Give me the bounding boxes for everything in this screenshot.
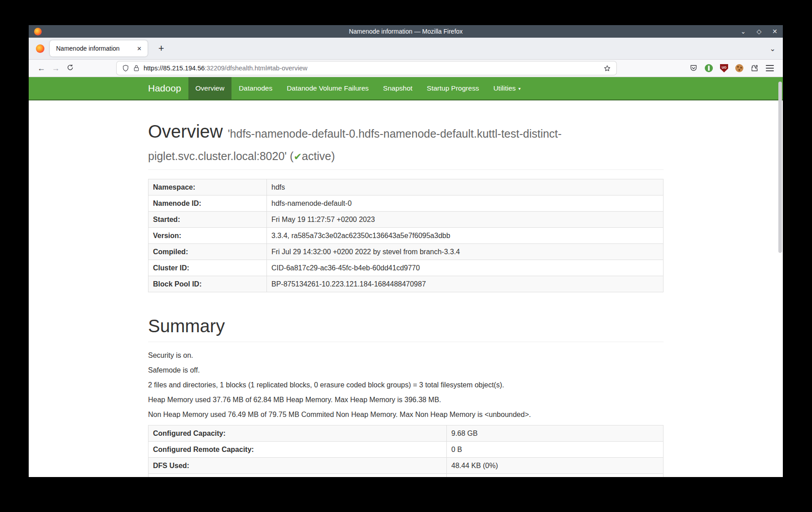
row-value: 0 B bbox=[447, 442, 664, 458]
reload-button[interactable] bbox=[63, 64, 77, 72]
row-value: 3.3.4, ra585a73c3e02ac62350c136643a5e7f6… bbox=[267, 228, 664, 244]
row-label: Namespace: bbox=[148, 179, 267, 195]
overview-title: Overview bbox=[148, 121, 223, 141]
row-label: Block Pool ID: bbox=[148, 276, 267, 292]
row-label: Configured Remote Capacity: bbox=[148, 442, 447, 458]
url-text[interactable]: https://85.215.194.56:32209/dfshealth.ht… bbox=[144, 65, 599, 72]
nav-item-snapshot[interactable]: Snapshot bbox=[376, 77, 420, 100]
table-row: DFS Used:48.44 KB (0%) bbox=[148, 458, 664, 474]
table-row: Block Pool ID:BP-875134261-10.223.121.18… bbox=[148, 276, 664, 292]
summary-files-line: 2 files and directories, 1 blocks (1 rep… bbox=[148, 381, 664, 389]
table-row: Started:Fri May 19 11:27:57 +0200 2023 bbox=[148, 212, 664, 228]
firefox-menu-icon[interactable] bbox=[36, 44, 44, 53]
table-row: Version:3.3.4, ra585a73c3e02ac62350c1366… bbox=[148, 228, 664, 244]
extension-green-icon[interactable] bbox=[705, 64, 713, 72]
minimize-button[interactable]: ⌄ bbox=[741, 28, 746, 35]
firefox-icon bbox=[34, 28, 42, 35]
nav-item-datanodes[interactable]: Datanodes bbox=[231, 77, 279, 100]
capacity-table: Configured Capacity:9.68 GB Configured R… bbox=[148, 425, 664, 477]
table-row: Non DFS Used:119.56 KB bbox=[148, 474, 664, 477]
namenode-info-table: Namespace:hdfs Namenode ID:hdfs-namenode… bbox=[148, 179, 664, 292]
row-label: DFS Used: bbox=[148, 458, 447, 474]
row-value: 119.56 KB bbox=[447, 474, 664, 477]
browser-toolbar: ← → https://85.215.194.56:32209/dfshealt… bbox=[29, 59, 783, 77]
row-value: Fri Jul 29 14:32:00 +0200 2022 by stevel… bbox=[267, 244, 664, 260]
url-host: 85.215.194.56 bbox=[163, 65, 205, 72]
table-row: Configured Remote Capacity:0 B bbox=[148, 442, 664, 458]
bookmark-star-icon[interactable] bbox=[603, 65, 611, 72]
summary-heading: Summary bbox=[148, 315, 664, 342]
summary-heap-line: Heap Memory used 37.76 MB of 62.84 MB He… bbox=[148, 395, 664, 404]
page-viewport: Hadoop Overview Datanodes Datanode Volum… bbox=[29, 77, 783, 477]
tab-title: Namenode information bbox=[56, 45, 135, 52]
vertical-scrollbar[interactable] bbox=[778, 82, 782, 253]
extensions-puzzle-icon[interactable] bbox=[751, 64, 759, 72]
navbar-brand-hadoop[interactable]: Hadoop bbox=[148, 77, 188, 100]
row-value: 9.68 GB bbox=[447, 425, 664, 442]
nav-item-datanode-volume-failures[interactable]: Datanode Volume Failures bbox=[279, 77, 376, 100]
close-button[interactable]: ✕ bbox=[772, 28, 777, 35]
tab-bar: Namenode information ✕ + ⌄ bbox=[29, 38, 783, 59]
url-bar[interactable]: https://85.215.194.56:32209/dfshealth.ht… bbox=[117, 61, 616, 75]
maximize-button[interactable]: ◇ bbox=[756, 28, 761, 35]
row-label: Version: bbox=[148, 228, 267, 244]
list-tabs-chevron-icon[interactable]: ⌄ bbox=[770, 44, 776, 53]
active-check-icon: ✔ bbox=[293, 151, 301, 162]
forward-button[interactable]: → bbox=[48, 64, 63, 72]
window-titlebar[interactable]: Namenode information — Mozilla Firefox ⌄… bbox=[29, 25, 783, 38]
row-label: Cluster ID: bbox=[148, 260, 267, 276]
table-row: Cluster ID:CID-6a817c29-ac36-45fc-b4eb-6… bbox=[148, 260, 664, 276]
chevron-down-icon: ▾ bbox=[519, 86, 521, 91]
lock-icon[interactable] bbox=[133, 65, 140, 72]
app-menu-icon[interactable] bbox=[766, 65, 774, 71]
pocket-icon[interactable] bbox=[690, 64, 698, 72]
summary-nonheap-line: Non Heap Memory used 76.49 MB of 79.75 M… bbox=[148, 410, 664, 419]
reload-icon bbox=[67, 64, 74, 71]
row-value: CID-6a817c29-ac36-45fc-b4eb-60dd41cd9770 bbox=[267, 260, 664, 276]
url-path: :32209/dfshealth.html#tab-overview bbox=[205, 65, 307, 72]
back-button[interactable]: ← bbox=[34, 64, 48, 72]
summary-security-line: Security is on. bbox=[148, 351, 664, 360]
active-status-label: active bbox=[302, 150, 331, 162]
row-value: 48.44 KB (0%) bbox=[447, 458, 664, 474]
new-tab-button[interactable]: + bbox=[156, 43, 167, 53]
summary-safemode-line: Safemode is off. bbox=[148, 366, 664, 374]
nav-item-utilities[interactable]: Utilities ▾ bbox=[486, 77, 528, 100]
row-value: hdfs bbox=[267, 179, 664, 195]
desktop-background: Namenode information — Mozilla Firefox ⌄… bbox=[0, 0, 812, 512]
hadoop-navbar: Hadoop Overview Datanodes Datanode Volum… bbox=[29, 77, 783, 100]
shield-permissions-icon[interactable] bbox=[122, 65, 129, 72]
tab-close-icon[interactable]: ✕ bbox=[135, 44, 144, 53]
browser-tab-active[interactable]: Namenode information ✕ bbox=[50, 40, 148, 56]
cookie-extension-icon[interactable] bbox=[735, 64, 743, 72]
nav-item-utilities-label: Utilities bbox=[493, 84, 516, 92]
nav-item-overview[interactable]: Overview bbox=[188, 77, 232, 100]
table-row: Namenode ID:hdfs-namenode-default-0 bbox=[148, 195, 664, 212]
toolbar-extensions: UO bbox=[690, 64, 777, 73]
window-title: Namenode information — Mozilla Firefox bbox=[29, 28, 783, 35]
row-value: hdfs-namenode-default-0 bbox=[267, 195, 664, 212]
url-scheme: https:// bbox=[144, 65, 163, 72]
row-label: Non DFS Used: bbox=[148, 474, 447, 477]
firefox-window: Namenode information — Mozilla Firefox ⌄… bbox=[29, 25, 783, 477]
table-row: Configured Capacity:9.68 GB bbox=[148, 425, 664, 442]
row-label: Started: bbox=[148, 212, 267, 228]
window-controls: ⌄ ◇ ✕ bbox=[741, 28, 777, 35]
overview-page: Overview 'hdfs-namenode-default-0.hdfs-n… bbox=[148, 120, 664, 477]
row-label: Configured Capacity: bbox=[148, 425, 447, 442]
row-label: Namenode ID: bbox=[148, 195, 267, 212]
overview-heading: Overview 'hdfs-namenode-default-0.hdfs-n… bbox=[148, 120, 664, 170]
row-value: Fri May 19 11:27:57 +0200 2023 bbox=[267, 212, 664, 228]
nav-item-startup-progress[interactable]: Startup Progress bbox=[419, 77, 486, 100]
row-value: BP-875134261-10.223.121.184-168448847098… bbox=[267, 276, 664, 292]
row-label: Compiled: bbox=[148, 244, 267, 260]
table-row: Namespace:hdfs bbox=[148, 179, 664, 195]
ublock-origin-icon[interactable]: UO bbox=[720, 64, 728, 73]
table-row: Compiled:Fri Jul 29 14:32:00 +0200 2022 … bbox=[148, 244, 664, 260]
